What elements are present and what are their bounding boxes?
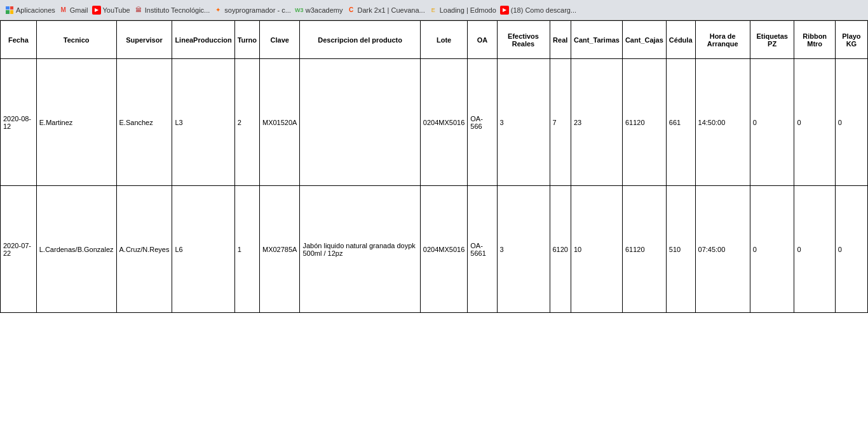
- cell-etiquetas-pz: 0: [750, 186, 794, 313]
- cell-real: 6120: [550, 186, 571, 313]
- cell-efectivos-reales: 3: [497, 186, 550, 313]
- col-header-lineaproduccion: LineaProduccion: [172, 21, 234, 59]
- cell-clave: MX02785A: [259, 186, 299, 313]
- col-header-hora-arranque: Hora de Arranque: [695, 21, 750, 59]
- cell-ribbon-mtro: 0: [794, 186, 835, 313]
- grid-icon: [5, 6, 14, 15]
- tab-edmodo[interactable]: E Loading | Edmodo: [429, 6, 496, 15]
- col-header-lote: Lote: [420, 21, 467, 59]
- col-header-ribbon-mtro: Ribbon Mtro: [794, 21, 835, 59]
- cell-real: 7: [550, 59, 571, 186]
- cell-etiquetas-pz: 0: [750, 59, 794, 186]
- tab-aplicaciones[interactable]: Aplicaciones: [5, 6, 55, 15]
- cell-tecnico: L.Cardenas/B.Gonzalez: [36, 186, 116, 313]
- cell-lote: 0204MX5016: [420, 186, 467, 313]
- youtube2-icon: ▶: [500, 6, 509, 15]
- cuevana-icon: C: [347, 6, 356, 15]
- tab-label: Instituto Tecnológic...: [145, 6, 210, 14]
- cell-tecnico: E.Martinez: [36, 59, 116, 186]
- cell-efectivos-reales: 3: [497, 59, 550, 186]
- col-header-cant-cajas: Cant_Cajas: [622, 21, 666, 59]
- cell-hora-arranque: 07:45:00: [695, 186, 750, 313]
- w3-icon: W3: [295, 6, 304, 15]
- cell-cant-tarimas: 10: [571, 186, 622, 313]
- cell-descripcion: Jabón liquido natural granada doypk 500m…: [300, 186, 420, 313]
- cell-ribbon-mtro: 0: [794, 59, 835, 186]
- cell-turno: 1: [234, 186, 259, 313]
- main-content: Fecha Tecnico Supervisor LineaProduccion…: [0, 20, 868, 424]
- cell-clave: MX01520A: [259, 59, 299, 186]
- cell-lineaproduccion: L3: [172, 59, 234, 186]
- col-header-tecnico: Tecnico: [36, 21, 116, 59]
- cell-cant-cajas: 61120: [622, 59, 666, 186]
- table-row: 2020-07-22 L.Cardenas/B.Gonzalez A.Cruz/…: [1, 186, 868, 313]
- col-header-fecha: Fecha: [1, 21, 37, 59]
- col-header-etiquetas-pz: Etiquetas PZ: [750, 21, 794, 59]
- cell-oa: OA-5661: [468, 186, 497, 313]
- tab-label: soyprogramador - c...: [224, 6, 291, 14]
- col-header-real: Real: [550, 21, 571, 59]
- cell-fecha: 2020-08-12: [1, 59, 37, 186]
- edmodo-icon: E: [429, 6, 438, 15]
- cell-playo-kg: 0: [835, 59, 867, 186]
- cell-cedula: 661: [666, 59, 695, 186]
- cell-cedula: 510: [666, 186, 695, 313]
- tab-label: Gmail: [70, 6, 88, 14]
- tab-cuevana[interactable]: C Dark 2x1 | Cuevana...: [347, 6, 425, 15]
- cell-supervisor: A.Cruz/N.Reyes: [116, 186, 172, 313]
- cell-hora-arranque: 14:50:00: [695, 59, 750, 186]
- col-header-oa: OA: [468, 21, 497, 59]
- col-header-clave: Clave: [259, 21, 299, 59]
- cell-lote: 0204MX5016: [420, 59, 467, 186]
- tab-label: Aplicaciones: [16, 6, 55, 14]
- gmail-icon: M: [59, 6, 68, 15]
- cell-playo-kg: 0: [835, 186, 867, 313]
- cell-lineaproduccion: L6: [172, 186, 234, 313]
- col-header-supervisor: Supervisor: [116, 21, 172, 59]
- browser-toolbar: Aplicaciones M Gmail ▶ YouTube 🏛 Institu…: [0, 0, 868, 20]
- cell-cant-cajas: 61120: [622, 186, 666, 313]
- tab-instituto[interactable]: 🏛 Instituto Tecnológic...: [134, 6, 210, 15]
- tab-label: (18) Como descarg...: [511, 6, 576, 14]
- cell-descripcion: [300, 59, 420, 186]
- cell-cant-tarimas: 23: [571, 59, 622, 186]
- tab-w3academy[interactable]: W3 w3academy: [295, 6, 343, 15]
- cell-supervisor: E.Sanchez: [116, 59, 172, 186]
- col-header-playo-kg: Playo KG: [835, 21, 867, 59]
- table-row: 2020-08-12 E.Martinez E.Sanchez L3 2 MX0…: [1, 59, 868, 186]
- tab-label: w3academy: [306, 6, 343, 14]
- tab-youtube2[interactable]: ▶ (18) Como descarg...: [500, 6, 576, 15]
- tab-youtube[interactable]: ▶ YouTube: [92, 6, 130, 15]
- cell-oa: OA-566: [468, 59, 497, 186]
- col-header-turno: Turno: [234, 21, 259, 59]
- col-header-efectivos-reales: Efectivos Reales: [497, 21, 550, 59]
- col-header-descripcion: Descripcion del producto: [300, 21, 420, 59]
- dev-icon: ✦: [214, 6, 222, 15]
- cell-turno: 2: [234, 59, 259, 186]
- institute-icon: 🏛: [134, 6, 143, 15]
- tab-label: Dark 2x1 | Cuevana...: [358, 6, 425, 14]
- tab-gmail[interactable]: M Gmail: [59, 6, 88, 15]
- tab-soyprogramador[interactable]: ✦ soyprogramador - c...: [214, 6, 291, 15]
- tab-label: YouTube: [103, 6, 130, 14]
- col-header-cant-tarimas: Cant_Tarimas: [571, 21, 622, 59]
- col-header-cedula: Cédula: [666, 21, 695, 59]
- data-table: Fecha Tecnico Supervisor LineaProduccion…: [0, 20, 868, 313]
- tab-label: Loading | Edmodo: [440, 6, 496, 14]
- cell-fecha: 2020-07-22: [1, 186, 37, 313]
- youtube-icon: ▶: [92, 6, 101, 15]
